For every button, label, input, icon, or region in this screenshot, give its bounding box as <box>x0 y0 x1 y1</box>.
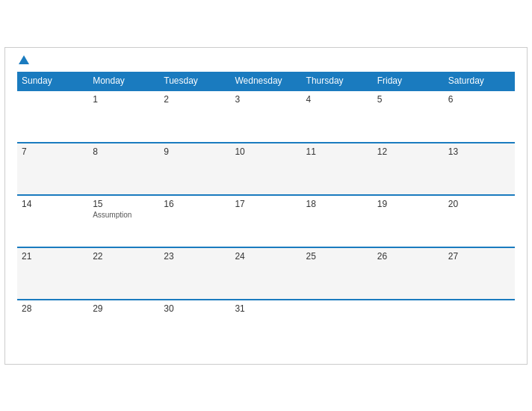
day-number: 9 <box>164 146 226 157</box>
calendar-cell: 18 <box>302 195 373 247</box>
day-number: 21 <box>22 251 84 262</box>
day-number: 22 <box>93 251 155 262</box>
calendar-cell: 22 <box>88 247 159 300</box>
calendar-grid: SundayMondayTuesdayWednesdayThursdayFrid… <box>17 72 515 352</box>
calendar-cell: 8 <box>88 143 159 195</box>
calendar-cell: 7 <box>17 143 88 195</box>
day-number: 20 <box>448 199 510 209</box>
day-number: 17 <box>235 199 297 209</box>
day-number: 1 <box>93 94 155 105</box>
calendar-cell <box>444 300 515 352</box>
calendar-cell <box>17 90 88 143</box>
calendar-header <box>17 55 515 64</box>
calendar-cell: 9 <box>159 143 230 195</box>
week-row-3: 21222324252627 <box>17 247 515 300</box>
calendar-cell: 17 <box>230 195 301 247</box>
day-number: 2 <box>164 94 226 105</box>
day-number: 24 <box>235 251 297 262</box>
day-number: 6 <box>448 94 510 105</box>
weekday-header-thursday: Thursday <box>302 72 373 90</box>
day-number: 30 <box>164 303 226 314</box>
day-number: 16 <box>164 199 226 209</box>
week-row-1: 78910111213 <box>17 143 515 195</box>
calendar-cell: 16 <box>159 195 230 247</box>
calendar-cell: 26 <box>373 247 444 300</box>
calendar-cell: 14 <box>17 195 88 247</box>
week-row-2: 1415Assumption1617181920 <box>17 195 515 247</box>
calendar-cell: 11 <box>302 143 373 195</box>
day-number: 13 <box>448 146 510 157</box>
calendar-cell: 29 <box>88 300 159 352</box>
weekday-header-monday: Monday <box>88 72 159 90</box>
logo <box>17 55 29 64</box>
day-number: 4 <box>306 94 368 105</box>
calendar-cell <box>302 300 373 352</box>
calendar-cell: 10 <box>230 143 301 195</box>
calendar-cell: 24 <box>230 247 301 300</box>
calendar-cell: 6 <box>444 90 515 143</box>
calendar-cell: 4 <box>302 90 373 143</box>
logo-triangle-icon <box>19 55 29 64</box>
week-row-0: 123456 <box>17 90 515 143</box>
calendar-cell: 28 <box>17 300 88 352</box>
day-number: 5 <box>377 94 439 105</box>
weekday-header-saturday: Saturday <box>444 72 515 90</box>
weekday-header-friday: Friday <box>373 72 444 90</box>
day-number: 26 <box>377 251 439 262</box>
day-number: 23 <box>164 251 226 262</box>
calendar-cell: 5 <box>373 90 444 143</box>
calendar-cell: 25 <box>302 247 373 300</box>
weekday-header-sunday: Sunday <box>17 72 88 90</box>
day-number: 25 <box>306 251 368 262</box>
calendar-cell: 3 <box>230 90 301 143</box>
calendar-cell: 31 <box>230 300 301 352</box>
calendar-cell: 23 <box>159 247 230 300</box>
calendar-cell: 13 <box>444 143 515 195</box>
day-number: 31 <box>235 303 297 314</box>
calendar-cell: 30 <box>159 300 230 352</box>
week-row-4: 28293031 <box>17 300 515 352</box>
calendar-cell <box>373 300 444 352</box>
day-number: 27 <box>448 251 510 262</box>
day-number: 15 <box>93 199 155 209</box>
weekday-header-row: SundayMondayTuesdayWednesdayThursdayFrid… <box>17 72 515 90</box>
day-number: 8 <box>93 146 155 157</box>
calendar-cell: 15Assumption <box>88 195 159 247</box>
day-number: 3 <box>235 94 297 105</box>
weekday-header-wednesday: Wednesday <box>230 72 301 90</box>
day-number: 11 <box>306 146 368 157</box>
day-number: 19 <box>377 199 439 209</box>
day-event: Assumption <box>93 211 155 219</box>
calendar-cell: 20 <box>444 195 515 247</box>
day-number: 14 <box>22 199 84 209</box>
weekday-header-tuesday: Tuesday <box>159 72 230 90</box>
calendar-cell: 12 <box>373 143 444 195</box>
calendar-cell: 2 <box>159 90 230 143</box>
day-number: 18 <box>306 199 368 209</box>
day-number: 12 <box>377 146 439 157</box>
calendar-cell: 1 <box>88 90 159 143</box>
day-number: 28 <box>22 303 84 314</box>
calendar-cell: 27 <box>444 247 515 300</box>
day-number: 29 <box>93 303 155 314</box>
calendar-cell: 19 <box>373 195 444 247</box>
calendar-cell: 21 <box>17 247 88 300</box>
day-number: 7 <box>22 146 84 157</box>
calendar-container: SundayMondayTuesdayWednesdayThursdayFrid… <box>4 47 528 365</box>
day-number: 10 <box>235 146 297 157</box>
